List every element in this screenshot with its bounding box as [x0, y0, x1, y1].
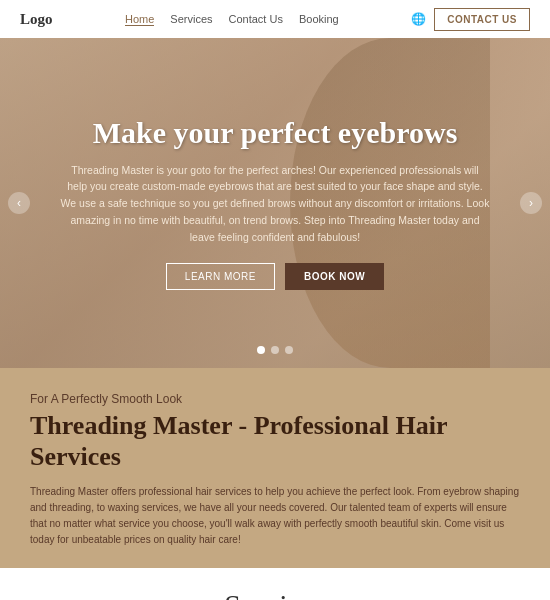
hero-dot-3[interactable] — [285, 346, 293, 354]
hero-text: Threading Master is your goto for the pe… — [60, 162, 490, 246]
nav-contact[interactable]: Contact Us — [229, 13, 283, 26]
services-section: Services Hair Styling Facial Threading E… — [0, 568, 550, 600]
about-subtitle: For A Perfectly Smooth Look — [30, 392, 520, 406]
about-title: Threading Master - Professional Hair Ser… — [30, 410, 520, 472]
contact-button[interactable]: CONTACT US — [434, 8, 530, 31]
nav-right: 🌐 CONTACT US — [411, 8, 530, 31]
logo: Logo — [20, 11, 53, 28]
navbar: Logo Home Services Contact Us Booking 🌐 … — [0, 0, 550, 38]
hero-buttons: LEARN MORE BOOK NOW — [60, 263, 490, 290]
hero-dot-1[interactable] — [257, 346, 265, 354]
hero-section: ‹ Make your perfect eyebrows Threading M… — [0, 38, 550, 368]
nav-booking[interactable]: Booking — [299, 13, 339, 26]
nav-home[interactable]: Home — [125, 13, 154, 26]
hero-title: Make your perfect eyebrows — [60, 116, 490, 150]
services-title: Services — [20, 588, 530, 600]
hero-dot-2[interactable] — [271, 346, 279, 354]
hero-content: Make your perfect eyebrows Threading Mas… — [0, 116, 550, 291]
nav-links: Home Services Contact Us Booking — [125, 13, 339, 26]
nav-services[interactable]: Services — [170, 13, 212, 26]
about-section: For A Perfectly Smooth Look Threading Ma… — [0, 368, 550, 568]
learn-more-button[interactable]: LEARN MORE — [166, 263, 275, 290]
book-now-button[interactable]: BOOK NOW — [285, 263, 384, 290]
about-text: Threading Master offers professional hai… — [30, 484, 520, 548]
globe-icon: 🌐 — [411, 12, 426, 27]
hero-dots — [257, 346, 293, 354]
